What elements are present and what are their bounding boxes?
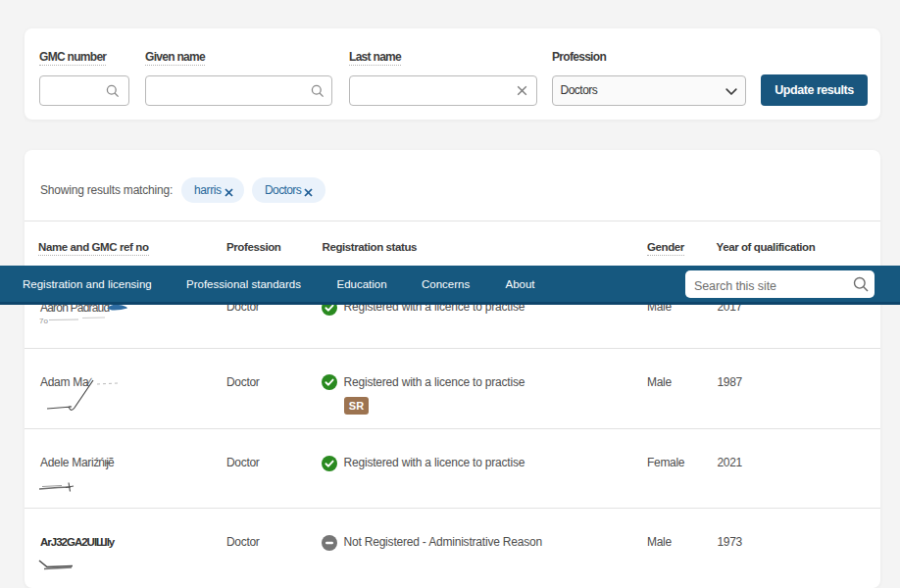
svg-text:7o: 7o	[39, 317, 48, 325]
